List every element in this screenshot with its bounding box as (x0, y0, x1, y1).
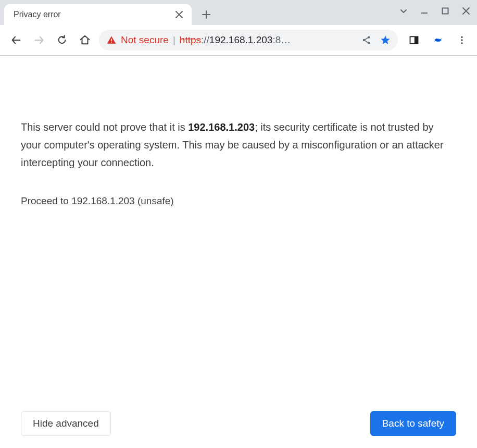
arrow-left-icon (10, 34, 22, 46)
url-scheme-rest: :// (201, 34, 209, 45)
svg-point-8 (461, 36, 462, 38)
share-icon (361, 35, 372, 45)
chevron-down-icon (399, 7, 408, 15)
window-controls (398, 5, 472, 17)
svg-rect-2 (111, 42, 112, 43)
url-scheme-struck: https (180, 34, 201, 45)
warning-triangle-icon (106, 35, 117, 45)
minimize-icon (420, 7, 429, 15)
dots-vertical-icon (457, 35, 467, 45)
arrow-right-icon (33, 34, 45, 46)
tab-active[interactable]: Privacy error (4, 4, 192, 25)
close-window-button[interactable] (460, 5, 472, 17)
omnibox[interactable]: Not secure | https://192.168.1.203:8… (99, 30, 398, 51)
reload-icon (56, 34, 68, 46)
back-to-safety-button[interactable]: Back to safety (370, 411, 456, 436)
svg-rect-0 (443, 8, 448, 14)
bookmark-button[interactable] (378, 33, 393, 47)
page-content: This server could not prove that it is 1… (0, 56, 477, 448)
minimize-button[interactable] (419, 5, 430, 17)
svg-rect-1 (111, 39, 112, 41)
url-display: https://192.168.1.203:8… (180, 34, 355, 46)
browser-chrome: Privacy error (0, 0, 477, 56)
side-panel-button[interactable] (406, 32, 422, 48)
explain-prefix: This server could not prove that it is (21, 121, 188, 133)
home-icon (79, 34, 91, 46)
home-button[interactable] (76, 31, 94, 49)
star-filled-icon (380, 34, 391, 46)
explain-ip: 192.168.1.203 (188, 121, 255, 133)
tab-strip: Privacy error (0, 0, 477, 25)
svg-rect-7 (415, 36, 418, 43)
plus-icon (202, 10, 211, 19)
close-icon (175, 11, 183, 18)
share-button[interactable] (359, 33, 374, 47)
toolbar: Not secure | https://192.168.1.203:8… (0, 25, 477, 55)
close-icon (462, 7, 470, 15)
url-host: 192.168.1.203 (209, 34, 273, 45)
proceed-unsafe-link[interactable]: Proceed to 192.168.1.203 (unsafe) (21, 195, 174, 207)
url-port: :8… (272, 34, 291, 45)
not-secure-label: Not secure (121, 34, 169, 46)
side-panel-icon (409, 35, 419, 45)
forward-button[interactable] (30, 31, 48, 49)
back-button[interactable] (7, 31, 25, 49)
omnibox-separator: | (173, 34, 175, 46)
menu-button[interactable] (454, 32, 470, 48)
confluence-icon (433, 35, 443, 45)
extension-button[interactable] (430, 32, 446, 48)
reload-button[interactable] (53, 31, 71, 49)
tab-title: Privacy error (14, 10, 174, 19)
svg-point-9 (461, 39, 462, 41)
close-tab-button[interactable] (174, 9, 184, 20)
tab-search-button[interactable] (398, 5, 409, 17)
button-row: Hide advanced Back to safety (21, 411, 456, 436)
maximize-icon (442, 7, 449, 15)
maximize-button[interactable] (440, 5, 451, 17)
security-explanation: This server could not prove that it is 1… (21, 118, 456, 171)
hide-advanced-button[interactable]: Hide advanced (21, 411, 111, 436)
new-tab-button[interactable] (197, 5, 216, 24)
svg-point-10 (461, 42, 462, 44)
toolbar-right-icons (403, 32, 470, 48)
